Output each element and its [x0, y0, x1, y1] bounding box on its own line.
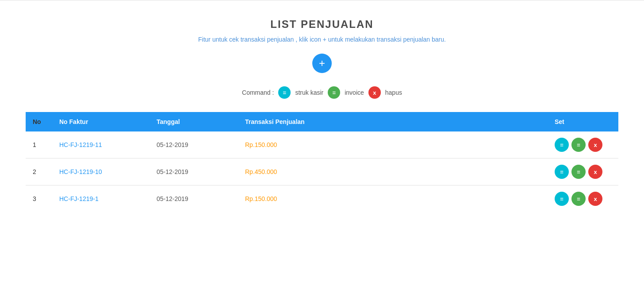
invoice-button-0[interactable]: = [571, 138, 586, 152]
add-transaction-button[interactable]: + [312, 54, 332, 73]
cell-tanggal-2: 05-12-2019 [150, 186, 238, 213]
cell-transaksi-1: Rp.450.000 [238, 158, 548, 186]
command-legend: Command : = struk kasir = invoice x hapu… [26, 86, 618, 99]
struk-kasir-button-1[interactable]: = [555, 165, 569, 179]
table-row: 2 HC-FJ-1219-10 05-12-2019 Rp.450.000 = … [26, 158, 618, 186]
cell-tanggal-1: 05-12-2019 [150, 158, 238, 186]
action-btns-2: = = x [555, 192, 611, 206]
cell-faktur-2: HC-FJ-1219-1 [52, 186, 150, 213]
action-btns-1: = = x [555, 165, 611, 179]
col-header-transaksi: Transaksi Penjualan [238, 112, 548, 131]
hapus-button-1[interactable]: x [588, 165, 602, 179]
struk-kasir-badge: = [278, 86, 291, 99]
struk-kasir-button-2[interactable]: = [555, 192, 569, 206]
command-label: Command : [242, 89, 274, 96]
cell-tanggal-0: 05-12-2019 [150, 131, 238, 158]
cell-no-0: 1 [26, 131, 52, 158]
cell-set-1: = = x [548, 158, 618, 186]
cell-transaksi-2: Rp.150.000 [238, 186, 548, 213]
page-container: LIST PENJUALAN Fitur untuk cek transaksi… [12, 0, 632, 230]
hapus-badge: x [368, 86, 381, 99]
add-button-container: + [26, 54, 618, 73]
hapus-button-2[interactable]: x [588, 192, 602, 206]
cell-transaksi-0: Rp.150.000 [238, 131, 548, 158]
cell-faktur-0: HC-FJ-1219-11 [52, 131, 150, 158]
invoice-label: invoice [345, 89, 364, 96]
cell-no-1: 2 [26, 158, 52, 186]
sales-table: No No Faktur Tanggal Transaksi Penjualan… [26, 112, 618, 212]
invoice-badge: = [328, 86, 340, 99]
table-row: 1 HC-FJ-1219-11 05-12-2019 Rp.150.000 = … [26, 131, 618, 158]
action-btns-0: = = x [555, 138, 611, 152]
cell-no-2: 3 [26, 186, 52, 213]
table-row: 3 HC-FJ-1219-1 05-12-2019 Rp.150.000 = =… [26, 186, 618, 213]
col-header-set: Set [548, 112, 618, 131]
table-header-row: No No Faktur Tanggal Transaksi Penjualan… [26, 112, 618, 131]
struk-kasir-button-0[interactable]: = [555, 138, 569, 152]
page-subtitle: Fitur untuk cek transaksi penjualan , kl… [26, 36, 618, 43]
invoice-button-2[interactable]: = [571, 192, 586, 206]
hapus-button-0[interactable]: x [588, 138, 602, 152]
cell-faktur-1: HC-FJ-1219-10 [52, 158, 150, 186]
invoice-button-1[interactable]: = [571, 165, 586, 179]
cell-set-0: = = x [548, 131, 618, 158]
col-header-tanggal: Tanggal [150, 112, 238, 131]
page-title: LIST PENJUALAN [26, 18, 618, 31]
col-header-no: No [26, 112, 52, 131]
hapus-label: hapus [385, 89, 402, 96]
cell-set-2: = = x [548, 186, 618, 213]
col-header-no-faktur: No Faktur [52, 112, 150, 131]
struk-kasir-label: struk kasir [295, 89, 323, 96]
